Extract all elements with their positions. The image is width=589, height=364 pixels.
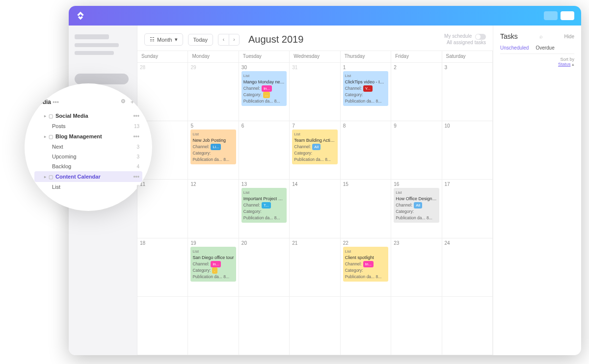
list-node[interactable]: Posts13 (34, 121, 142, 131)
task-card[interactable]: ListClickTips video - InboxChannel: Y...… (343, 71, 388, 106)
hide-button[interactable]: Hide (564, 34, 574, 39)
list-node[interactable]: Next3 (34, 142, 142, 152)
node-label: Social Media (55, 113, 88, 119)
calendar-day-cell[interactable]: 9 (391, 121, 442, 180)
field-publication: Publication da... 8... (396, 215, 437, 221)
list-node[interactable]: Upcoming3 (34, 152, 142, 161)
list-node[interactable]: List8 (34, 182, 142, 192)
calendar-day-cell[interactable]: 16ListHow Office Design impChannel: AllC… (391, 180, 442, 238)
node-label: Content Calendar (55, 174, 101, 180)
item-count: 3 (136, 154, 139, 159)
calendar-day-cell[interactable]: 29 (188, 63, 239, 121)
folder-icon: ▢ (49, 174, 53, 180)
task-card[interactable]: ListTeam Building ActivitiesChannel: All… (292, 130, 337, 164)
field-category: Category: (345, 92, 386, 98)
field-publication: Publication da... 8... (192, 156, 234, 163)
calendar-day-cell[interactable]: 18 (137, 238, 188, 297)
calendar-day-cell[interactable]: 30ListMango Monday new eChannel: In...Ca… (239, 63, 290, 121)
my-schedule-toggle[interactable]: My schedule All assigned tasks (444, 33, 486, 45)
day-header: Tuesday (239, 51, 290, 63)
calendar-day-cell[interactable]: 24 (442, 238, 493, 297)
day-number: 17 (445, 182, 490, 187)
node-label: Blog Management (55, 133, 102, 139)
calendar-day-cell[interactable]: 10 (442, 121, 493, 180)
calendar-day-cell[interactable]: 11 (137, 180, 188, 238)
calendar-title: August 2019 (248, 34, 303, 45)
calendar-day-cell[interactable]: 22ListClient spotlightChannel: In...Cate… (341, 238, 391, 297)
calendar-day-cell[interactable]: 20 (239, 238, 290, 297)
calendar-day-cell[interactable]: 3 (442, 63, 493, 121)
task-card[interactable]: ListHow Office Design impChannel: AllCat… (394, 188, 439, 223)
field-channel: Channel: All (294, 144, 335, 150)
calendar-day-cell[interactable]: 23 (391, 238, 442, 297)
more-icon[interactable]: ••• (133, 133, 139, 140)
node-label: Upcoming (52, 154, 77, 159)
task-card[interactable]: ListNew Job PostingChannel: Li...Categor… (190, 130, 236, 164)
window-control[interactable] (544, 11, 558, 20)
tab-overdue[interactable]: Overdue (535, 45, 554, 51)
calendar-day-cell[interactable] (188, 297, 239, 355)
task-card[interactable]: ListClient spotlightChannel: In...Catego… (343, 247, 388, 282)
calendar-day-cell[interactable]: 5ListNew Job PostingChannel: Li...Catego… (188, 121, 239, 180)
calendar-day-cell[interactable]: 2 (391, 63, 442, 121)
more-icon[interactable]: ••• (133, 112, 139, 119)
search-icon[interactable]: ⌕ (539, 33, 543, 39)
calendar-day-cell[interactable] (442, 297, 493, 355)
calendar-day-cell[interactable]: 31 (290, 63, 340, 121)
calendar-day-cell[interactable]: 14 (290, 180, 340, 238)
calendar-day-cell[interactable] (391, 297, 442, 355)
calendar-day-cell[interactable] (341, 297, 391, 355)
calendar-day-cell[interactable]: 8 (341, 121, 391, 180)
field-channel: Channel: Y... (345, 85, 386, 92)
window-control[interactable] (561, 11, 574, 20)
more-icon[interactable]: ••• (53, 99, 59, 105)
calendar-day-cell[interactable]: 17 (442, 180, 493, 238)
calendar-day-cell[interactable] (137, 297, 188, 355)
sidebar-placeholder (75, 43, 119, 47)
gear-icon[interactable]: ⚙ (121, 98, 126, 105)
next-button[interactable]: › (229, 34, 240, 46)
folder-node[interactable]: ▸▢Blog Management••• (34, 131, 142, 142)
calendar-day-cell[interactable] (239, 297, 290, 355)
day-header: Monday (188, 51, 239, 63)
sort-control[interactable]: Sort by Status ▴ (500, 57, 574, 67)
calendar-day-cell[interactable]: 12 (188, 180, 239, 238)
day-header: Sunday (137, 51, 188, 63)
field-category: Category: (396, 208, 437, 215)
app-window: ··· ☷ Month ▾ Today ‹ › (69, 6, 581, 355)
calendar-toolbar: ☷ Month ▾ Today ‹ › August 2019 My sched… (137, 26, 493, 51)
view-mode-label: Month (157, 37, 172, 43)
tasks-title: Tasks (500, 32, 518, 40)
today-button[interactable]: Today (188, 34, 213, 46)
more-icon[interactable]: ••• (133, 173, 139, 180)
field-channel: Channel: In... (345, 261, 386, 267)
day-number: 15 (343, 182, 388, 187)
node-label: Posts (52, 123, 66, 129)
sidebar-search[interactable] (75, 74, 129, 84)
calendar-day-cell[interactable] (290, 297, 340, 355)
caret-icon: ▸ (44, 175, 46, 179)
list-node[interactable]: Backlog4 (34, 161, 142, 171)
calendar-day-cell[interactable]: 19ListSan Diego office tourChannel: in..… (188, 238, 239, 297)
calendar-day-cell[interactable]: 15 (341, 180, 391, 238)
calendar-day-cell[interactable]: 7ListTeam Building ActivitiesChannel: Al… (290, 121, 340, 180)
view-mode-dropdown[interactable]: ☷ Month ▾ (144, 33, 183, 46)
calendar-day-cell[interactable]: 6 (239, 121, 290, 180)
calendar-day-cell[interactable]: 21 (290, 238, 340, 297)
calendar-day-cell[interactable]: 1ListClickTips video - InboxChannel: Y..… (341, 63, 391, 121)
sidebar-placeholder (75, 34, 109, 39)
folder-icon: ▢ (49, 134, 53, 139)
toggle-icon[interactable] (475, 34, 486, 40)
day-header: Saturday (442, 51, 493, 63)
space-title: Media (34, 99, 51, 105)
folder-node-selected[interactable]: ▸▢Content Calendar••• (34, 171, 142, 182)
tab-unscheduled[interactable]: Unscheduled (500, 45, 529, 51)
calendar-day-cell[interactable]: 28 (137, 63, 188, 121)
task-card[interactable]: ListMango Monday new eChannel: In...Cate… (241, 71, 287, 106)
folder-node[interactable]: ▸▢Social Media••• (34, 110, 142, 121)
task-card[interactable]: ListImportant Project ManaChannel: T...C… (241, 188, 287, 223)
nav-arrows: ‹ › (218, 34, 240, 46)
calendar-day-cell[interactable]: 13ListImportant Project ManaChannel: T..… (239, 180, 290, 238)
prev-button[interactable]: ‹ (218, 34, 229, 46)
task-card[interactable]: ListSan Diego office tourChannel: in...C… (190, 247, 236, 282)
